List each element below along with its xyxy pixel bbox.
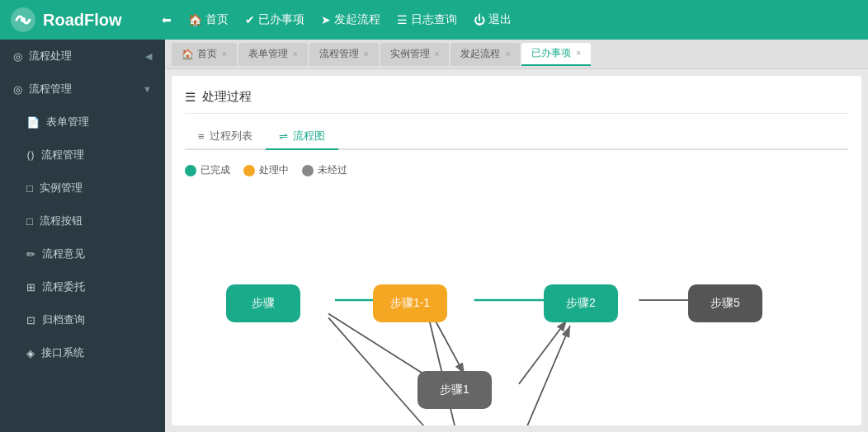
sub-tab-flow-chart[interactable]: ⇌ 流程图 [266,124,338,150]
sidebar-item-process-btn[interactable]: □ 流程按钮 [0,204,165,237]
flow-diagram: 步骤 步骤1-1 步骤2 步骤5 步骤1 步骤2 [185,194,848,425]
close-icon[interactable]: × [364,49,369,59]
form-icon: 📄 [26,116,40,129]
nav-home[interactable]: 🏠 首页 [188,12,229,27]
sidebar-item-label: 流程管理 [41,148,84,162]
menu-icon: ☰ [185,90,196,105]
tab-label: 实例管理 [390,47,430,61]
svg-line-10 [519,326,570,425]
tab-label: 流程管理 [319,47,359,61]
sidebar-item-label: 实例管理 [40,181,83,195]
legend-done-dot [185,165,196,176]
svg-line-9 [519,320,567,384]
tab-done-items[interactable]: 已办事项 × [521,43,591,66]
interface-icon: ◈ [26,347,35,359]
svg-line-11 [434,318,465,374]
btn-icon: □ [26,215,33,228]
close-icon[interactable]: × [435,49,440,59]
tab-flow-manage[interactable]: 流程管理 × [309,43,379,66]
sidebar-item-label: 表单管理 [46,115,89,129]
sidebar-item-flow-manage[interactable]: ⟨⟩ 流程管理 [0,139,165,171]
legend-not-passed-dot [302,165,314,176]
sub-tabs: ≡ 过程列表 ⇌ 流程图 [185,124,848,150]
archive-icon: ⊡ [26,314,35,326]
tab-home[interactable]: 🏠 首页 × [172,43,237,66]
entrust-icon: ⊞ [26,281,35,293]
close-icon[interactable]: × [293,49,298,59]
legend-done-label: 已完成 [200,163,230,177]
sidebar-item-process-handle[interactable]: ◎ 流程处理 ◀ [0,40,165,73]
process-handle-icon: ◎ [13,50,22,63]
tabs-bar: 🏠 首页 × 表单管理 × 流程管理 × 实例管理 × 发起流程 × 已办事项 [165,40,868,69]
sidebar-item-label: 流程意见 [42,247,85,261]
page-content: ☰ 处理过程 ≡ 过程列表 ⇌ 流程图 已完成 [172,76,861,425]
legend-done: 已完成 [185,163,230,177]
sidebar-item-interface-sys[interactable]: ◈ 接口系统 [0,336,165,369]
logo: RoadFlow [10,7,142,33]
nav-logout[interactable]: ⏻ 退出 [474,12,512,27]
sidebar-item-label: 流程处理 [29,49,72,63]
opinion-icon: ✏ [26,248,35,261]
legend-processing-label: 处理中 [259,163,289,177]
tab-label: 已办事项 [531,46,571,60]
sidebar-item-instance-manage[interactable]: □ 实例管理 [0,171,165,204]
logo-icon [10,7,36,33]
tab-form-manage[interactable]: 表单管理 × [238,43,308,66]
flow-icon: ⟨⟩ [26,149,35,162]
close-icon[interactable]: × [222,49,227,59]
tab-start-flow[interactable]: 发起流程 × [451,43,520,66]
nav-items: ⬅ 🏠 首页 ✔ 已办事项 ➤ 发起流程 ☰ 日志查询 ⏻ 退出 [162,12,512,27]
svg-point-1 [21,17,26,22]
legend-not-passed-label: 未经过 [318,163,347,177]
sub-tab-process-list[interactable]: ≡ 过程列表 [185,124,266,148]
flow-node-5: 步骤5 [688,284,762,322]
tab-label: 发起流程 [460,47,500,61]
page-title: ☰ 处理过程 [185,89,848,114]
sidebar-item-archive-query[interactable]: ⊡ 归档查询 [0,303,165,336]
flow-node-1-1: 步骤1-1 [373,284,447,322]
nav-back[interactable]: ⬅ [162,13,172,26]
sidebar-item-label: 流程管理 [29,82,72,96]
chevron-down-icon: ▼ [143,84,152,94]
sidebar-item-label: 接口系统 [41,345,84,360]
tab-label: 首页 [197,47,217,61]
sidebar-item-process-entrust[interactable]: ⊞ 流程委托 [0,270,165,303]
process-manage-icon: ◎ [13,83,22,96]
sidebar: ◎ 流程处理 ◀ ◎ 流程管理 ▼ 📄 表单管理 ⟨⟩ 流程管理 [0,40,165,432]
legend-processing: 处理中 [243,163,289,177]
top-nav: RoadFlow ⬅ 🏠 首页 ✔ 已办事项 ➤ 发起流程 ☰ 日志查询 ⏻ 退… [0,0,868,40]
close-icon[interactable]: × [576,49,581,58]
content-area: 🏠 首页 × 表单管理 × 流程管理 × 实例管理 × 发起流程 × 已办事项 [165,40,868,432]
nav-log[interactable]: ☰ 日志查询 [397,12,457,27]
flow-node-start: 步骤 [226,284,300,322]
flow-chart-icon: ⇌ [279,130,288,143]
sub-tab-label: 过程列表 [210,129,252,143]
legend-not-passed: 未经过 [302,163,347,177]
sidebar-item-label: 流程按钮 [40,214,83,228]
flow-node-2: 步骤2 [544,284,618,322]
nav-done[interactable]: ✔ 已办事项 [245,12,304,27]
sidebar-item-label: 归档查询 [42,312,85,327]
tab-instance-manage[interactable]: 实例管理 × [380,43,450,66]
home-icon: 🏠 [182,49,194,60]
flow-node-1: 步骤1 [417,371,492,409]
sidebar-item-form-manage[interactable]: 📄 表单管理 [0,106,165,139]
page-title-text: 处理过程 [202,89,252,105]
instance-icon: □ [26,182,33,195]
chevron-left-icon: ◀ [145,51,152,62]
app-name: RoadFlow [43,11,122,30]
nav-start[interactable]: ➤ 发起流程 [321,12,380,27]
sub-tab-label: 流程图 [293,129,325,143]
list-icon: ≡ [198,130,205,143]
main-layout: ◎ 流程处理 ◀ ◎ 流程管理 ▼ 📄 表单管理 ⟨⟩ 流程管理 [0,40,868,432]
sidebar-item-process-opinion[interactable]: ✏ 流程意见 [0,237,165,270]
tab-label: 表单管理 [248,47,288,61]
legend-processing-dot [243,165,255,176]
legend: 已完成 处理中 未经过 [185,163,848,177]
sidebar-item-label: 流程委托 [42,279,85,294]
close-icon[interactable]: × [505,49,510,59]
sidebar-item-process-manage[interactable]: ◎ 流程管理 ▼ [0,73,165,106]
